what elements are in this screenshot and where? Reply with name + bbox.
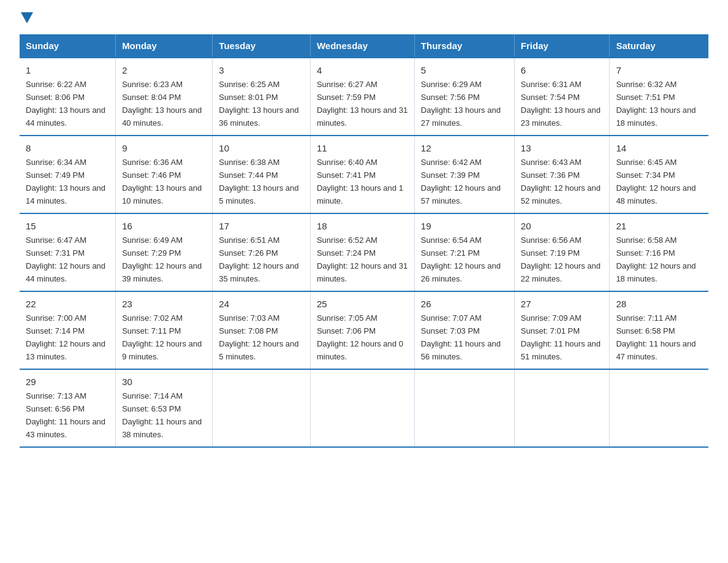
day-info: Sunrise: 6:43 AMSunset: 7:36 PMDaylight:… — [521, 158, 601, 205]
calendar-cell: 29Sunrise: 7:13 AMSunset: 6:56 PMDayligh… — [20, 369, 116, 447]
day-number: 23 — [122, 297, 206, 311]
day-number: 10 — [219, 141, 304, 155]
day-info: Sunrise: 7:09 AMSunset: 7:01 PMDaylight:… — [521, 313, 601, 361]
day-number: 28 — [616, 297, 702, 311]
day-info: Sunrise: 7:00 AMSunset: 7:14 PMDaylight:… — [26, 313, 105, 361]
day-info: Sunrise: 6:36 AMSunset: 7:46 PMDaylight:… — [122, 158, 202, 205]
day-info: Sunrise: 7:07 AMSunset: 7:03 PMDaylight:… — [421, 313, 501, 361]
calendar-cell: 17Sunrise: 6:51 AMSunset: 7:26 PMDayligh… — [213, 213, 311, 291]
day-info: Sunrise: 6:54 AMSunset: 7:21 PMDaylight:… — [421, 236, 501, 283]
day-number: 2 — [122, 63, 206, 77]
day-number: 1 — [26, 63, 109, 77]
calendar-week-row: 1Sunrise: 6:22 AMSunset: 8:06 PMDaylight… — [20, 58, 708, 136]
day-info: Sunrise: 6:56 AMSunset: 7:19 PMDaylight:… — [521, 236, 601, 283]
day-info: Sunrise: 6:34 AMSunset: 7:49 PMDaylight:… — [26, 158, 105, 205]
calendar-cell: 14Sunrise: 6:45 AMSunset: 7:34 PMDayligh… — [610, 136, 708, 213]
day-number: 19 — [421, 219, 508, 233]
day-info: Sunrise: 7:05 AMSunset: 7:06 PMDaylight:… — [317, 313, 403, 361]
day-number: 25 — [317, 297, 408, 311]
day-info: Sunrise: 6:25 AMSunset: 8:01 PMDaylight:… — [219, 80, 298, 128]
calendar-cell: 22Sunrise: 7:00 AMSunset: 7:14 PMDayligh… — [20, 291, 116, 369]
column-header-monday: Monday — [116, 34, 213, 58]
calendar-cell: 8Sunrise: 6:34 AMSunset: 7:49 PMDaylight… — [20, 136, 116, 213]
day-number: 24 — [219, 297, 304, 311]
day-number: 15 — [26, 219, 109, 233]
day-info: Sunrise: 6:47 AMSunset: 7:31 PMDaylight:… — [26, 236, 105, 283]
calendar-cell: 26Sunrise: 7:07 AMSunset: 7:03 PMDayligh… — [414, 291, 514, 369]
day-number: 22 — [26, 297, 109, 311]
calendar-cell — [514, 369, 610, 447]
calendar-cell: 3Sunrise: 6:25 AMSunset: 8:01 PMDaylight… — [213, 58, 311, 136]
day-number: 27 — [521, 297, 604, 311]
calendar-cell: 9Sunrise: 6:36 AMSunset: 7:46 PMDaylight… — [116, 136, 213, 213]
calendar-cell: 5Sunrise: 6:29 AMSunset: 7:56 PMDaylight… — [414, 58, 514, 136]
calendar-cell: 21Sunrise: 6:58 AMSunset: 7:16 PMDayligh… — [610, 213, 708, 291]
logo — [20, 15, 33, 23]
day-info: Sunrise: 6:31 AMSunset: 7:54 PMDaylight:… — [521, 80, 601, 128]
day-info: Sunrise: 6:51 AMSunset: 7:26 PMDaylight:… — [219, 236, 298, 283]
column-header-wednesday: Wednesday — [310, 34, 414, 58]
column-header-tuesday: Tuesday — [213, 34, 311, 58]
day-info: Sunrise: 6:32 AMSunset: 7:51 PMDaylight:… — [616, 80, 696, 128]
calendar-cell: 16Sunrise: 6:49 AMSunset: 7:29 PMDayligh… — [116, 213, 213, 291]
day-info: Sunrise: 6:45 AMSunset: 7:34 PMDaylight:… — [616, 158, 696, 205]
calendar-cell: 24Sunrise: 7:03 AMSunset: 7:08 PMDayligh… — [213, 291, 311, 369]
calendar-cell: 1Sunrise: 6:22 AMSunset: 8:06 PMDaylight… — [20, 58, 116, 136]
calendar-cell: 7Sunrise: 6:32 AMSunset: 7:51 PMDaylight… — [610, 58, 708, 136]
logo-triangle-icon — [21, 12, 33, 23]
day-number: 17 — [219, 219, 304, 233]
day-info: Sunrise: 7:14 AMSunset: 6:53 PMDaylight:… — [122, 391, 202, 439]
day-number: 12 — [421, 141, 508, 155]
column-header-thursday: Thursday — [414, 34, 514, 58]
day-number: 14 — [616, 141, 702, 155]
day-info: Sunrise: 6:29 AMSunset: 7:56 PMDaylight:… — [421, 80, 501, 128]
day-info: Sunrise: 7:13 AMSunset: 6:56 PMDaylight:… — [26, 391, 105, 439]
calendar-cell: 13Sunrise: 6:43 AMSunset: 7:36 PMDayligh… — [514, 136, 610, 213]
calendar-cell: 18Sunrise: 6:52 AMSunset: 7:24 PMDayligh… — [310, 213, 414, 291]
day-number: 5 — [421, 63, 508, 77]
calendar-cell: 19Sunrise: 6:54 AMSunset: 7:21 PMDayligh… — [414, 213, 514, 291]
day-number: 18 — [317, 219, 408, 233]
calendar-cell: 2Sunrise: 6:23 AMSunset: 8:04 PMDaylight… — [116, 58, 213, 136]
column-header-friday: Friday — [514, 34, 610, 58]
calendar-cell — [213, 369, 311, 447]
calendar-cell: 6Sunrise: 6:31 AMSunset: 7:54 PMDaylight… — [514, 58, 610, 136]
day-number: 21 — [616, 219, 702, 233]
day-number: 30 — [122, 375, 206, 389]
column-header-saturday: Saturday — [610, 34, 708, 58]
day-info: Sunrise: 6:22 AMSunset: 8:06 PMDaylight:… — [26, 80, 105, 128]
calendar-cell — [610, 369, 708, 447]
day-number: 29 — [26, 375, 109, 389]
calendar-cell: 15Sunrise: 6:47 AMSunset: 7:31 PMDayligh… — [20, 213, 116, 291]
calendar-week-row: 15Sunrise: 6:47 AMSunset: 7:31 PMDayligh… — [20, 213, 708, 291]
day-number: 20 — [521, 219, 604, 233]
calendar-cell: 28Sunrise: 7:11 AMSunset: 6:58 PMDayligh… — [610, 291, 708, 369]
header — [20, 15, 708, 23]
calendar-cell: 25Sunrise: 7:05 AMSunset: 7:06 PMDayligh… — [310, 291, 414, 369]
day-number: 26 — [421, 297, 508, 311]
day-number: 8 — [26, 141, 109, 155]
day-info: Sunrise: 6:58 AMSunset: 7:16 PMDaylight:… — [616, 236, 696, 283]
day-info: Sunrise: 6:42 AMSunset: 7:39 PMDaylight:… — [421, 158, 501, 205]
calendar-cell: 12Sunrise: 6:42 AMSunset: 7:39 PMDayligh… — [414, 136, 514, 213]
calendar-cell: 27Sunrise: 7:09 AMSunset: 7:01 PMDayligh… — [514, 291, 610, 369]
calendar-week-row: 8Sunrise: 6:34 AMSunset: 7:49 PMDaylight… — [20, 136, 708, 213]
calendar-cell: 20Sunrise: 6:56 AMSunset: 7:19 PMDayligh… — [514, 213, 610, 291]
day-info: Sunrise: 7:02 AMSunset: 7:11 PMDaylight:… — [122, 313, 202, 361]
day-info: Sunrise: 6:49 AMSunset: 7:29 PMDaylight:… — [122, 236, 202, 283]
calendar-cell — [310, 369, 414, 447]
column-header-sunday: Sunday — [20, 34, 116, 58]
day-info: Sunrise: 7:03 AMSunset: 7:08 PMDaylight:… — [219, 313, 298, 361]
calendar-cell: 4Sunrise: 6:27 AMSunset: 7:59 PMDaylight… — [310, 58, 414, 136]
day-number: 7 — [616, 63, 702, 77]
day-info: Sunrise: 6:52 AMSunset: 7:24 PMDaylight:… — [317, 236, 408, 283]
calendar-week-row: 29Sunrise: 7:13 AMSunset: 6:56 PMDayligh… — [20, 369, 708, 447]
calendar-cell — [414, 369, 514, 447]
day-info: Sunrise: 6:38 AMSunset: 7:44 PMDaylight:… — [219, 158, 298, 205]
day-number: 16 — [122, 219, 206, 233]
calendar-week-row: 22Sunrise: 7:00 AMSunset: 7:14 PMDayligh… — [20, 291, 708, 369]
day-info: Sunrise: 6:23 AMSunset: 8:04 PMDaylight:… — [122, 80, 202, 128]
day-info: Sunrise: 6:40 AMSunset: 7:41 PMDaylight:… — [317, 158, 403, 205]
day-number: 9 — [122, 141, 206, 155]
calendar-cell: 10Sunrise: 6:38 AMSunset: 7:44 PMDayligh… — [213, 136, 311, 213]
